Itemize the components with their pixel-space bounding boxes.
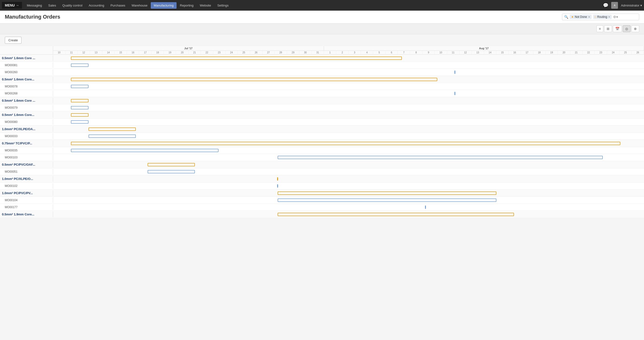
gantt-day-15: 25 bbox=[238, 51, 250, 54]
gantt-group-timeline-2 bbox=[53, 97, 644, 104]
page-header: Manufacturing Orders 🔍 ★ Not Done ✕ □ Ro… bbox=[0, 11, 644, 24]
nav-right: 💬 A Administrator ▾ bbox=[603, 2, 642, 9]
gantt-order-label-MO00103: MO00103 bbox=[0, 155, 53, 160]
gantt-month-0: Jul '17 bbox=[53, 46, 324, 51]
gantt-rows: 0.5mm² 1.6mm Core ...MO00081MO002600.5mm… bbox=[0, 55, 644, 218]
gantt-order-timeline-MO00035 bbox=[53, 147, 644, 154]
nav-item-sales[interactable]: Sales bbox=[45, 2, 59, 9]
gantt-view-button[interactable]: ◎ bbox=[623, 25, 630, 32]
gantt-group-row-7: 1.0mm² PC/XLPE/O... bbox=[0, 175, 644, 183]
gantt-order-label-MO00104: MO00104 bbox=[0, 198, 53, 203]
gantt-day-18: 28 bbox=[275, 51, 287, 54]
create-button[interactable]: Create bbox=[5, 37, 22, 44]
gantt-order-timeline-MO00078 bbox=[53, 83, 644, 90]
nav-item-purchases[interactable]: Purchases bbox=[108, 2, 128, 9]
kanban-view-button[interactable]: ⊞ bbox=[604, 25, 612, 32]
content-area: Create Jul '17Aug '17 101112131415161718… bbox=[0, 34, 644, 218]
gantt-bar bbox=[454, 92, 456, 95]
gantt-order-label-MO00078: MO00078 bbox=[0, 84, 53, 89]
gantt-day-2: 12 bbox=[78, 51, 90, 54]
gantt-day-30: 9 bbox=[422, 51, 435, 54]
gantt-group-row-8: 1.0mm² PC/PVC/PV... bbox=[0, 190, 644, 197]
gantt-day-1: 11 bbox=[65, 51, 78, 54]
gantt-day-7: 17 bbox=[139, 51, 152, 54]
gantt-bar bbox=[425, 206, 426, 209]
gantt-day-31: 10 bbox=[435, 51, 447, 54]
gantt-group-row-3: 0.5mm² 1.6mm Core... bbox=[0, 111, 644, 119]
search-settings-button[interactable]: ⚙▾ bbox=[613, 15, 618, 19]
gantt-order-timeline-MO00081 bbox=[53, 62, 644, 69]
chat-icon[interactable]: 💬 bbox=[603, 3, 608, 8]
gantt-container[interactable]: Jul '17Aug '17 1011121314151617181920212… bbox=[0, 46, 644, 218]
gantt-day-4: 14 bbox=[102, 51, 114, 54]
gantt-months-row: Jul '17Aug '17 bbox=[53, 46, 644, 51]
gantt-day-25: 4 bbox=[361, 51, 373, 54]
gantt-bar bbox=[148, 170, 195, 174]
nav-item-manufacturing[interactable]: Manufacturing bbox=[151, 2, 176, 9]
filter-routing-label: Routing bbox=[597, 15, 607, 19]
nav-item-accounting[interactable]: Accounting bbox=[86, 2, 107, 9]
page-title: Manufacturing Orders bbox=[5, 14, 60, 20]
gantt-order-row-8-1: MO00177 bbox=[0, 204, 644, 211]
gantt-group-label-3: 0.5mm² 1.6mm Core... bbox=[0, 112, 53, 118]
gantt-day-37: 16 bbox=[509, 51, 521, 54]
gantt-group-label-9: 0.5mm² 1.9mm Core... bbox=[0, 212, 53, 217]
user-label: Administrator bbox=[621, 4, 640, 7]
search-bar[interactable]: 🔍 ★ Not Done ✕ □ Routing ✕ ⚙▾ bbox=[562, 14, 639, 20]
gantt-order-label-MO00033: MO00033 bbox=[0, 133, 53, 139]
gantt-day-3: 13 bbox=[90, 51, 102, 54]
gantt-group-label-0: 0.5mm² 1.6mm Core ... bbox=[0, 55, 53, 61]
list-view-button[interactable]: ≡ bbox=[596, 25, 603, 32]
nav-item-warehouse[interactable]: Warehouse bbox=[128, 2, 150, 9]
remove-routing-button[interactable]: ✕ bbox=[608, 16, 610, 19]
search-icon: 🔍 bbox=[564, 15, 568, 19]
gantt-day-17: 27 bbox=[262, 51, 275, 54]
gantt-group-timeline-3 bbox=[53, 112, 644, 118]
gantt-day-41: 20 bbox=[558, 51, 570, 54]
gantt-bar bbox=[71, 85, 89, 88]
gantt-order-label-MO00081: MO00081 bbox=[0, 63, 53, 68]
nav-item-settings[interactable]: Settings bbox=[214, 2, 232, 9]
gantt-day-39: 18 bbox=[533, 51, 546, 54]
gantt-day-38: 17 bbox=[521, 51, 533, 54]
gantt-bar bbox=[454, 71, 456, 74]
gantt-day-27: 6 bbox=[386, 51, 398, 54]
remove-not-done-button[interactable]: ✕ bbox=[588, 16, 590, 19]
gantt-order-row-3-0: MO00080 bbox=[0, 119, 644, 126]
toolbar: ≡ ⊞ 📅 ◎ ⊕ bbox=[0, 24, 644, 34]
gantt-group-timeline-7 bbox=[53, 176, 644, 182]
gantt-order-row-0-1: MO00260 bbox=[0, 69, 644, 76]
gantt-day-28: 7 bbox=[398, 51, 410, 54]
gantt-bar bbox=[277, 184, 278, 188]
gantt-day-42: 21 bbox=[570, 51, 582, 54]
gantt-order-row-1-1: MO00268 bbox=[0, 90, 644, 97]
menu-button[interactable]: MENU → bbox=[2, 2, 22, 9]
gantt-group-row-2: 0.5mm² 1.6mm Core ... bbox=[0, 97, 644, 104]
gantt-bar bbox=[71, 149, 219, 152]
gantt-group-timeline-0 bbox=[53, 55, 644, 62]
user-info[interactable]: Administrator ▾ bbox=[621, 4, 642, 7]
gantt-order-row-5-0: MO00035 bbox=[0, 147, 644, 154]
nav-item-website[interactable]: Website bbox=[197, 2, 214, 9]
gantt-day-10: 20 bbox=[176, 51, 188, 54]
gantt-day-0: 10 bbox=[53, 51, 65, 54]
gantt-day-43: 22 bbox=[582, 51, 595, 54]
nav-item-quality-control[interactable]: Quality control bbox=[60, 2, 86, 9]
top-nav: MENU → MessagingSalesQuality controlAcco… bbox=[0, 0, 644, 11]
routing-icon: □ bbox=[594, 15, 596, 19]
nav-item-messaging[interactable]: Messaging bbox=[24, 2, 45, 9]
gantt-bar bbox=[71, 78, 437, 81]
gantt-header: Jul '17Aug '17 1011121314151617181920212… bbox=[0, 46, 644, 55]
gantt-bar bbox=[88, 127, 136, 131]
gantt-group-label-8: 1.0mm² PC/PVC/PV... bbox=[0, 190, 53, 196]
gantt-bar bbox=[71, 106, 89, 109]
nav-item-reporting[interactable]: Reporting bbox=[177, 2, 196, 9]
calendar-view-button[interactable]: 📅 bbox=[613, 25, 622, 32]
add-view-button[interactable]: ⊕ bbox=[632, 25, 639, 32]
gantt-group-label-2: 0.5mm² 1.6mm Core ... bbox=[0, 98, 53, 103]
gantt-bar bbox=[71, 64, 89, 67]
gantt-order-timeline-MO00051 bbox=[53, 168, 644, 175]
gantt-order-timeline-MO00079 bbox=[53, 104, 644, 111]
gantt-days-row: 1011121314151617181920212223242526272829… bbox=[53, 51, 644, 54]
gantt-order-timeline-MO00033 bbox=[53, 133, 644, 139]
